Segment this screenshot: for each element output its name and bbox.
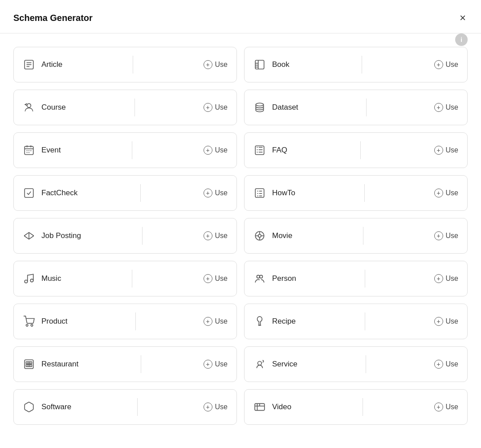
use-label: Use: [446, 232, 458, 240]
card-divider: [137, 398, 138, 416]
info-badge[interactable]: i: [455, 33, 468, 46]
schema-card-music: Music+Use: [13, 261, 237, 296]
use-button-product[interactable]: +Use: [204, 317, 228, 326]
schema-grid: Article+UseBook+UseCourse+UseDataset+Use…: [13, 47, 468, 425]
use-button-howto[interactable]: +Use: [434, 189, 458, 197]
use-button-music[interactable]: +Use: [204, 274, 228, 283]
use-button-book[interactable]: +Use: [434, 60, 458, 69]
use-label: Use: [446, 189, 458, 197]
modal-title: Schema Generator: [13, 13, 93, 23]
plus-circle-icon: +: [434, 231, 443, 240]
card-label: Movie: [272, 231, 292, 240]
card-left: Restaurant: [23, 358, 78, 370]
use-label: Use: [446, 360, 458, 368]
card-label: Music: [41, 274, 61, 283]
use-button-restaurant[interactable]: +Use: [204, 360, 228, 369]
schema-card-factcheck: FactCheck+Use: [13, 175, 237, 211]
svg-rect-4: [255, 60, 264, 69]
use-button-event[interactable]: +Use: [204, 146, 228, 155]
service-icon: [253, 358, 266, 370]
card-left: Job Posting: [23, 230, 81, 242]
use-button-dataset[interactable]: +Use: [434, 103, 458, 112]
card-label: Dataset: [272, 103, 298, 112]
card-divider: [362, 56, 362, 74]
card-left: FactCheck: [23, 187, 77, 199]
card-left: Person: [253, 272, 296, 285]
svg-rect-27: [24, 189, 33, 197]
schema-card-dataset: Dataset+Use: [244, 90, 468, 125]
card-divider: [363, 227, 363, 245]
book-icon: [253, 58, 266, 71]
schema-card-restaurant: Restaurant+Use: [13, 346, 237, 382]
plus-circle-icon: +: [204, 360, 212, 369]
use-label: Use: [215, 317, 228, 325]
event-icon: [23, 144, 35, 156]
plus-circle-icon: +: [434, 317, 443, 326]
svg-point-54: [258, 362, 262, 366]
schema-card-howto: HowTo+Use: [244, 175, 468, 211]
card-left: FAQ: [253, 144, 287, 156]
use-button-service[interactable]: +Use: [434, 360, 458, 369]
use-label: Use: [446, 403, 458, 411]
schema-card-movie: Movie+Use: [244, 218, 468, 254]
plus-circle-icon: +: [434, 146, 443, 155]
plus-circle-icon: +: [434, 360, 443, 369]
use-button-jobposting[interactable]: +Use: [204, 231, 228, 240]
use-button-faq[interactable]: +Use: [434, 146, 458, 155]
use-button-factcheck[interactable]: +Use: [204, 189, 228, 197]
svg-point-45: [26, 325, 28, 326]
card-label: Restaurant: [41, 360, 78, 369]
card-left: Movie: [253, 230, 292, 242]
schema-card-video: Video+Use: [244, 389, 468, 425]
use-label: Use: [446, 146, 458, 154]
card-label: Person: [272, 274, 296, 283]
plus-circle-icon: +: [204, 60, 212, 69]
use-button-article[interactable]: +Use: [204, 60, 228, 69]
card-left: Event: [23, 144, 61, 156]
card-label: Job Posting: [41, 231, 81, 240]
use-label: Use: [215, 146, 228, 154]
card-divider: [133, 56, 133, 74]
schema-card-software: Software+Use: [13, 389, 237, 425]
svg-point-9: [27, 103, 31, 107]
svg-point-44: [260, 275, 263, 278]
use-label: Use: [215, 232, 228, 240]
use-button-video[interactable]: +Use: [434, 403, 458, 411]
use-button-course[interactable]: +Use: [204, 103, 228, 112]
use-label: Use: [215, 61, 228, 69]
svg-point-46: [31, 325, 33, 326]
card-left: Recipe: [253, 315, 296, 328]
plus-circle-icon: +: [434, 189, 443, 197]
card-label: FAQ: [272, 146, 287, 155]
schema-card-faq: FAQ+Use: [244, 132, 468, 168]
use-label: Use: [446, 103, 458, 111]
plus-circle-icon: +: [204, 146, 212, 155]
card-divider: [360, 141, 361, 159]
card-divider: [366, 99, 367, 116]
close-button[interactable]: ×: [458, 11, 468, 25]
schema-generator-modal: Schema Generator × i Article+UseBook+Use…: [0, 0, 481, 448]
video-icon: [253, 401, 266, 413]
software-icon: [23, 401, 35, 413]
use-button-movie[interactable]: +Use: [434, 231, 458, 240]
use-button-recipe[interactable]: +Use: [434, 317, 458, 326]
card-left: Software: [23, 401, 71, 413]
plus-circle-icon: +: [434, 60, 443, 69]
use-label: Use: [446, 275, 458, 283]
plus-circle-icon: +: [434, 403, 443, 411]
card-label: Software: [41, 403, 71, 411]
use-button-person[interactable]: +Use: [434, 274, 458, 283]
use-label: Use: [215, 360, 228, 368]
jobposting-icon: [23, 230, 35, 242]
svg-rect-50: [30, 362, 32, 364]
factcheck-icon: [23, 187, 35, 199]
use-button-software[interactable]: +Use: [204, 403, 228, 411]
course-icon: [23, 101, 35, 114]
card-divider: [132, 270, 132, 288]
card-label: Recipe: [272, 317, 296, 326]
howto-icon: [253, 187, 266, 199]
card-left: Music: [23, 272, 61, 285]
card-label: FactCheck: [41, 189, 77, 197]
card-label: Course: [41, 103, 66, 112]
use-label: Use: [446, 61, 458, 69]
